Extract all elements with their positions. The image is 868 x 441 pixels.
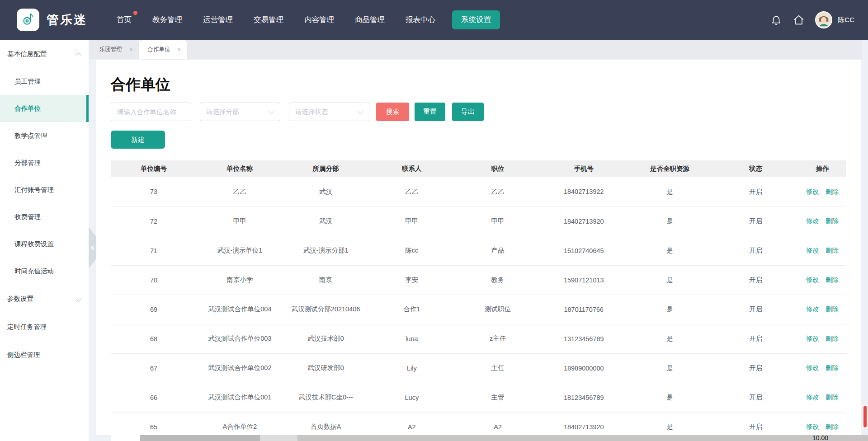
delete-link[interactable]: 删除: [826, 364, 839, 371]
sidebar-item-partner-units[interactable]: 合作单位: [0, 95, 89, 122]
edit-link[interactable]: 修改: [806, 217, 819, 225]
music-note-icon: [20, 11, 36, 28]
chevron-down-icon: [358, 108, 363, 114]
delete-link[interactable]: 删除: [826, 423, 839, 430]
page-title: 合作单位: [111, 75, 846, 95]
sidebar-item-staff-management[interactable]: 员工管理: [0, 68, 89, 95]
delete-link[interactable]: 删除: [826, 188, 839, 195]
chevron-left-icon: [91, 245, 95, 250]
sidebar-item-branch-management[interactable]: 分部管理: [0, 149, 89, 176]
table-row: 67武汉测试合作单位002 武汉研发部0Lily 主任18989000000 是…: [111, 353, 846, 383]
top-navigation: 管乐迷 首页 教务管理 运营管理 交易管理 内容管理 商品管理 报表中心 系统设…: [0, 0, 868, 40]
edit-link[interactable]: 修改: [806, 423, 819, 430]
nav-item-home[interactable]: 首页: [106, 15, 142, 25]
table-row: 71武汉-演示单位1 武汉-演示分部1陈cc 产品15102740645 是开启…: [111, 236, 846, 265]
main-area: 乐团管理 × 合作单位 × 合作单位 请选择分部 请选择状态: [89, 40, 868, 441]
nav-item-reports[interactable]: 报表中心: [395, 15, 446, 25]
nav-item-academic[interactable]: 教务管理: [142, 15, 193, 25]
col-header-branch: 所属分部: [283, 160, 368, 177]
delete-link[interactable]: 删除: [826, 217, 839, 225]
edit-link[interactable]: 修改: [806, 188, 819, 195]
main-menu: 首页 教务管理 运营管理 交易管理 内容管理 商品管理 报表中心 系统设置: [106, 10, 500, 29]
col-header-actions: 操作: [799, 160, 846, 177]
col-header-unit-id: 单位编号: [111, 160, 197, 177]
sidebar-item-huifu-accounts[interactable]: 汇付账号管理: [0, 176, 89, 203]
table-row: 69武汉测试合作单位004 武汉测试分部20210406合作1 测试职位1870…: [111, 295, 846, 324]
sidebar: 基本信息配置 员工管理 合作单位 教学点管理 分部管理 汇付账号管理 收费管理 …: [0, 40, 89, 441]
col-header-position: 职位: [455, 160, 541, 177]
sidebar-item-time-recharge-activity[interactable]: 时间充值活动: [0, 258, 89, 285]
col-header-status: 状态: [713, 160, 799, 177]
sidebar-group-sidebar-management[interactable]: 侧边栏管理: [0, 341, 89, 369]
user-avatar[interactable]: [815, 11, 832, 28]
delete-link[interactable]: 删除: [826, 276, 839, 283]
nav-item-transactions[interactable]: 交易管理: [243, 15, 294, 25]
filter-row: 请选择分部 请选择状态 搜索 重置 导出: [111, 103, 846, 121]
chevron-down-icon: [75, 296, 81, 302]
edit-link[interactable]: 修改: [806, 364, 819, 371]
table-row: 66武汉测试合作单位001 武汉技术部C坐0---Lucy 主管18123456…: [111, 383, 846, 412]
vertical-scrollbar[interactable]: [862, 40, 868, 435]
horizontal-scrollbar-thumb[interactable]: [140, 435, 260, 441]
edit-link[interactable]: 修改: [806, 247, 819, 254]
nav-item-content[interactable]: 内容管理: [294, 15, 344, 25]
sidebar-group-basic-info[interactable]: 基本信息配置: [0, 40, 89, 68]
nav-item-system-settings[interactable]: 系统设置: [452, 10, 500, 29]
chevron-down-icon: [269, 108, 274, 114]
export-button[interactable]: 导出: [452, 103, 484, 121]
nav-right-tools: 陈CC: [770, 11, 854, 28]
col-header-unit-name: 单位名称: [197, 160, 283, 177]
vertical-scrollbar-thumb[interactable]: [863, 405, 868, 428]
tab-partner-units[interactable]: 合作单位 ×: [140, 40, 188, 59]
chevron-up-icon: [75, 52, 81, 58]
horizontal-scrollbar[interactable]: 10.00: [140, 435, 868, 441]
tab-bar: 乐团管理 × 合作单位 ×: [89, 40, 868, 59]
app-logo: [17, 9, 39, 31]
brand-name: 管乐迷: [47, 12, 87, 28]
create-button[interactable]: 新建: [111, 131, 165, 149]
table-header-row: 单位编号 单位名称 所属分部 联系人 职位 手机号 是否全职资源 状态 操作: [111, 160, 846, 177]
close-icon[interactable]: ×: [178, 46, 181, 53]
nav-item-products[interactable]: 商品管理: [344, 15, 395, 25]
tab-orchestra-management[interactable]: 乐团管理 ×: [91, 40, 140, 59]
table-row: 72甲甲 武汉甲甲 甲甲18402713920 是开启 修改删除: [111, 206, 846, 236]
status-select[interactable]: 请选择状态: [289, 103, 369, 121]
table-row: 68武汉测试合作单位003 武汉技术部0luna z主任13123456789 …: [111, 324, 846, 353]
col-header-phone: 手机号: [541, 160, 627, 177]
delete-link[interactable]: 删除: [826, 394, 839, 401]
delete-link[interactable]: 删除: [826, 335, 839, 342]
clipped-bottom-text: 10.00: [812, 435, 828, 441]
partner-units-table: 单位编号 单位名称 所属分部 联系人 职位 手机号 是否全职资源 状态 操作 7…: [111, 160, 846, 441]
reset-button[interactable]: 重置: [415, 103, 445, 121]
col-header-contact: 联系人: [369, 160, 455, 177]
sidebar-item-course-fee-settings[interactable]: 课程收费设置: [0, 230, 89, 258]
horizontal-scrollbar-gap: [260, 435, 297, 441]
sidebar-group-parameter-settings[interactable]: 参数设置: [0, 285, 89, 313]
sidebar-item-fee-management[interactable]: 收费管理: [0, 203, 89, 230]
notification-badge-dot: [133, 11, 137, 15]
delete-link[interactable]: 删除: [826, 247, 839, 254]
edit-link[interactable]: 修改: [806, 394, 819, 401]
edit-link[interactable]: 修改: [806, 335, 819, 342]
branch-select[interactable]: 请选择分部: [200, 103, 280, 121]
sidebar-group-scheduled-tasks[interactable]: 定时任务管理: [0, 313, 89, 341]
close-icon[interactable]: ×: [129, 46, 133, 53]
sidebar-item-teaching-points[interactable]: 教学点管理: [0, 122, 89, 149]
table-row: 73乙乙 武汉乙乙 乙乙18402713922 是开启 修改删除: [111, 177, 846, 206]
partner-name-input[interactable]: [111, 103, 191, 121]
nav-item-operations[interactable]: 运营管理: [193, 15, 243, 25]
bell-icon[interactable]: [770, 14, 783, 26]
content-card: 合作单位 请选择分部 请选择状态 搜索 重置 导出 新建: [96, 60, 861, 435]
edit-link[interactable]: 修改: [806, 305, 819, 313]
home-icon[interactable]: [793, 14, 805, 26]
search-button[interactable]: 搜索: [376, 103, 409, 121]
user-name[interactable]: 陈CC: [838, 16, 854, 24]
delete-link[interactable]: 删除: [826, 305, 839, 313]
edit-link[interactable]: 修改: [806, 276, 819, 283]
table-row: 70南京小学 南京李安 教务15907121013 是开启 修改删除: [111, 265, 846, 295]
col-header-fulltime: 是否全职资源: [627, 160, 712, 177]
